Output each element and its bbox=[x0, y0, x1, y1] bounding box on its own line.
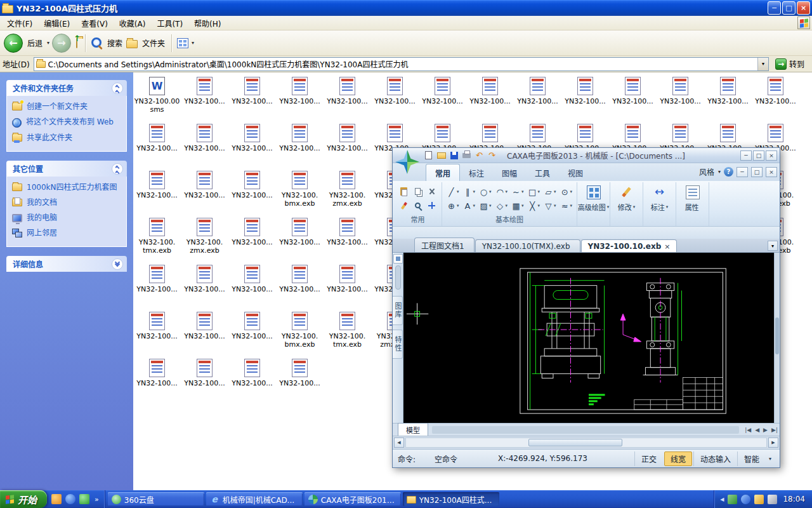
properties-panel-tab[interactable]: 特性 bbox=[393, 330, 403, 359]
sidebar-task-item[interactable]: 将这个文件夹发布到 Web bbox=[12, 117, 121, 128]
draw-tool-icon[interactable]: ◇▾ bbox=[494, 199, 509, 212]
folders-label[interactable]: 文件夹 bbox=[142, 37, 165, 48]
file-item[interactable]: YN32-100. tmx.exb bbox=[133, 216, 181, 263]
explorer-titlebar[interactable]: YN32-100A四柱式压力机 ─ □ × bbox=[0, 0, 812, 16]
tray-antivirus-icon[interactable] bbox=[728, 495, 737, 504]
file-item[interactable]: YN32-100... bbox=[133, 357, 181, 404]
draw-tool-icon[interactable]: □▾ bbox=[527, 185, 542, 198]
back-button[interactable]: ← bbox=[4, 34, 23, 53]
tray-chevron-icon[interactable]: ◀ bbox=[720, 497, 724, 502]
file-item[interactable]: YN32-100... bbox=[324, 216, 371, 263]
open-file-icon[interactable] bbox=[436, 150, 447, 161]
menu-item[interactable]: 查看(V) bbox=[75, 16, 114, 30]
status-dropdown-icon[interactable]: ▾ bbox=[766, 456, 775, 462]
scroll-thumb[interactable] bbox=[528, 439, 622, 446]
ribbon-big-button[interactable]: 高级绘图▾ bbox=[577, 182, 610, 226]
ribbon-tab[interactable]: 图幅 bbox=[493, 164, 526, 181]
file-item[interactable]: YN32-100... bbox=[704, 75, 752, 122]
ribbon-tab[interactable]: 标注 bbox=[460, 164, 493, 181]
menu-item[interactable]: 编辑(E) bbox=[38, 16, 75, 30]
ribbon-big-button[interactable]: 属性 bbox=[676, 182, 709, 226]
draw-tool-icon[interactable]: ∥▾ bbox=[462, 185, 477, 198]
collapse-chevron-icon[interactable] bbox=[112, 163, 123, 175]
document-tab[interactable]: YN32-100.10(TMX).exb bbox=[475, 239, 580, 252]
file-item[interactable]: YN32-100... bbox=[133, 263, 181, 310]
ribbon-big-button[interactable]: 修改▾ bbox=[610, 182, 643, 226]
file-item[interactable]: YN32-100.00 sms bbox=[133, 75, 181, 122]
file-item[interactable]: YN32-100... bbox=[228, 75, 276, 122]
details-header[interactable]: 详细信息 bbox=[6, 256, 127, 272]
draw-tool-icon[interactable]: ▱▾ bbox=[542, 185, 558, 198]
quick-launch-icon-1[interactable] bbox=[51, 494, 62, 504]
file-item[interactable]: YN32-100... bbox=[514, 75, 561, 122]
vertical-scrollbar[interactable] bbox=[774, 253, 780, 423]
draw-tool-icon[interactable]: ▽▾ bbox=[542, 199, 558, 212]
taskbar-button[interactable]: 360云盘 bbox=[108, 492, 204, 506]
draw-tool-icon[interactable]: ⊕▾ bbox=[445, 199, 461, 212]
draw-tool-icon[interactable]: ○▾ bbox=[478, 185, 493, 198]
file-item[interactable]: YN32-100... bbox=[276, 357, 324, 404]
file-item[interactable]: YN32-100... bbox=[133, 310, 181, 357]
file-item[interactable]: YN32-100... bbox=[466, 75, 514, 122]
sidebar-place-item[interactable]: 网上邻居 bbox=[12, 229, 121, 238]
cad-canvas[interactable] bbox=[403, 253, 774, 423]
new-file-icon[interactable] bbox=[423, 150, 434, 161]
undo-icon[interactable]: ↶ bbox=[474, 150, 485, 161]
file-item[interactable]: YN32-100... bbox=[133, 122, 181, 169]
file-item[interactable]: YN32-100... bbox=[228, 357, 276, 404]
scroll-left-icon[interactable]: ◀ bbox=[394, 438, 404, 448]
file-item[interactable]: YN32-100... bbox=[276, 75, 324, 122]
model-tab[interactable]: 模型 bbox=[398, 423, 428, 437]
search-icon[interactable] bbox=[91, 37, 103, 49]
file-item[interactable]: YN32-100... bbox=[324, 122, 371, 169]
ribbon-tab[interactable]: 常用 bbox=[426, 164, 460, 181]
minimize-button[interactable]: ─ bbox=[768, 1, 781, 15]
file-item[interactable]: YN32-100... bbox=[228, 216, 276, 263]
file-tasks-header[interactable]: 文件和文件夹任务 bbox=[6, 80, 127, 96]
file-item[interactable]: YN32-100... bbox=[181, 310, 228, 357]
file-item[interactable]: YN32-100... bbox=[181, 263, 228, 310]
sidebar-task-item[interactable]: 共享此文件夹 bbox=[12, 133, 121, 143]
draw-tool-icon[interactable]: ~▾ bbox=[510, 185, 525, 198]
sidebar-place-item[interactable]: 1000kN四柱式压力机套图 bbox=[12, 183, 121, 192]
horizontal-scrollbar[interactable]: ◀ ▶ bbox=[393, 436, 780, 449]
sheet-nav-icon[interactable]: ◀ bbox=[753, 427, 761, 433]
format-brush-icon[interactable] bbox=[397, 199, 410, 212]
file-item[interactable]: YN32-100... bbox=[228, 169, 276, 216]
restore-button[interactable]: □ bbox=[753, 150, 764, 161]
quick-launch-icon-3[interactable] bbox=[79, 494, 89, 504]
library-panel-tab[interactable]: 图库 bbox=[393, 296, 403, 325]
file-item[interactable]: YN32-100... bbox=[609, 75, 657, 122]
forward-button[interactable]: → bbox=[52, 34, 71, 53]
address-input[interactable]: C:\Documents and Settings\Administrator\… bbox=[34, 57, 769, 71]
file-item[interactable]: YN32-100... bbox=[181, 169, 228, 216]
style-menu[interactable]: 风格 bbox=[699, 166, 714, 177]
taskbar-button[interactable]: CAXA电子图板2013... bbox=[304, 492, 401, 506]
address-path[interactable]: C:\Documents and Settings\Administrator\… bbox=[48, 58, 755, 69]
doc-restore-button[interactable]: □ bbox=[751, 167, 763, 177]
file-item[interactable]: YN32-100... bbox=[276, 263, 324, 310]
file-item[interactable]: YN32-100... bbox=[324, 263, 371, 310]
ribbon-tab[interactable]: 视图 bbox=[559, 164, 592, 181]
file-item[interactable]: YN32-100... bbox=[371, 75, 419, 122]
draw-tool-icon[interactable]: ⊙▾ bbox=[559, 185, 574, 198]
file-item[interactable]: YN32-100... bbox=[181, 75, 228, 122]
style-dropdown-icon[interactable]: ▾ bbox=[718, 169, 721, 175]
status-toggle[interactable]: 正交 bbox=[634, 451, 663, 466]
tray-volume-icon[interactable] bbox=[754, 495, 764, 504]
file-item[interactable]: YN32-100... bbox=[276, 122, 324, 169]
close-button[interactable]: × bbox=[766, 150, 777, 161]
maximize-button[interactable]: □ bbox=[782, 1, 796, 15]
close-button[interactable]: × bbox=[797, 1, 810, 15]
tray-ime-icon[interactable] bbox=[768, 495, 777, 504]
sheet-nav-icon[interactable]: ▶| bbox=[769, 427, 780, 433]
up-one-level-button[interactable]: ↑ bbox=[76, 39, 77, 48]
document-tab[interactable]: YN32-100.10.exb × bbox=[581, 239, 678, 252]
status-toggle[interactable]: 线宽 bbox=[664, 451, 692, 466]
copy-icon[interactable] bbox=[411, 185, 424, 198]
draw-tool-icon[interactable]: ╳▾ bbox=[527, 199, 542, 212]
file-item[interactable]: YN32-100. tmx.exb bbox=[324, 310, 371, 357]
quick-launch-expand-icon[interactable]: » bbox=[93, 495, 100, 504]
file-item[interactable]: YN32-100... bbox=[276, 216, 324, 263]
other-places-header[interactable]: 其它位置 bbox=[6, 161, 127, 177]
